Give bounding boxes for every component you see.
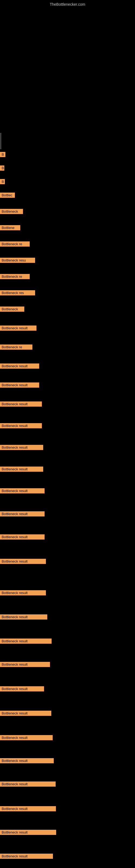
bottleneck-result-item: Bottleneck result bbox=[0, 614, 47, 620]
bottleneck-result-item: Bottleneck result bbox=[0, 854, 53, 859]
site-title: TheBottlenecker.com bbox=[50, 2, 85, 6]
bottleneck-result-item: Bottleneck result bbox=[0, 830, 56, 835]
bottleneck-result-item: B bbox=[0, 152, 5, 157]
bottleneck-result-item: Bottleneck bbox=[0, 307, 24, 312]
bottleneck-result-item: Bottleneck re bbox=[0, 241, 30, 247]
bottleneck-result-item: Bottleneck result bbox=[0, 488, 45, 493]
bottleneck-result-item: Bottleneck re bbox=[0, 344, 32, 350]
bottleneck-result-item: B bbox=[0, 165, 4, 170]
bottleneck-result-item: Bottleneck result bbox=[0, 686, 44, 691]
vertical-line bbox=[1, 133, 1, 149]
bottleneck-result-item: Bottlec bbox=[0, 193, 15, 198]
bottleneck-result-item: Bottleneck result bbox=[0, 511, 45, 517]
bottleneck-result-item: Bottleneck resu bbox=[0, 258, 35, 263]
bottleneck-result-item: Bottleneck result bbox=[0, 382, 39, 388]
bottleneck-result-item: Bottleneck result bbox=[0, 711, 51, 716]
bottleneck-result-item: Bottleneck result bbox=[0, 806, 56, 811]
bottleneck-result-item: Bottleneck result bbox=[0, 662, 50, 667]
bottleneck-result-item: Bottleneck result bbox=[0, 735, 53, 740]
bottleneck-result-item: B bbox=[0, 179, 5, 184]
bottleneck-result-item: Bottlene bbox=[0, 225, 20, 230]
bottleneck-result-item: Bottleneck result bbox=[0, 781, 56, 786]
bottleneck-result-item: Bottleneck result bbox=[0, 467, 43, 472]
bottleneck-result-item: Bottleneck res bbox=[0, 290, 35, 296]
bottleneck-result-item: Bottleneck result bbox=[0, 758, 54, 763]
bottleneck-result-item: Bottleneck result bbox=[0, 326, 37, 331]
bottleneck-result-item: Bottleneck re bbox=[0, 274, 30, 279]
bottleneck-result-item: Bottleneck result bbox=[0, 423, 42, 428]
bottleneck-result-item: Bottleneck result bbox=[0, 559, 46, 564]
bottleneck-result-item: Bottleneck result bbox=[0, 590, 46, 595]
bottleneck-result-item: Bottleneck result bbox=[0, 639, 52, 644]
bottleneck-result-item: Bottleneck result bbox=[0, 401, 42, 407]
bottleneck-result-item: Bottleneck result bbox=[0, 364, 39, 369]
bottleneck-result-item: Bottleneck result bbox=[0, 445, 43, 450]
bottleneck-result-item: Bottleneck result bbox=[0, 534, 45, 539]
bottleneck-result-item: Bottleneck bbox=[0, 209, 23, 214]
